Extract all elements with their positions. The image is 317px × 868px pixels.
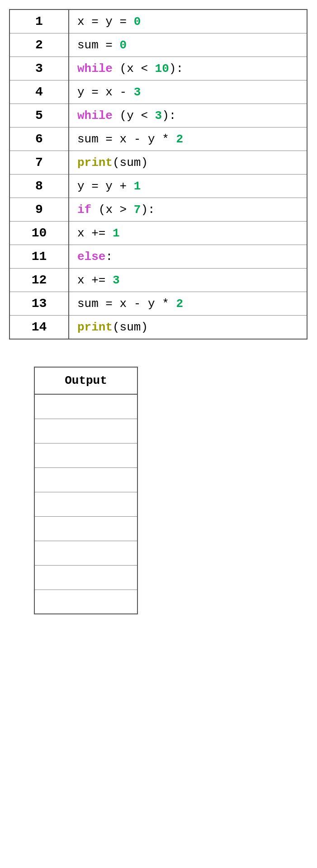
output-row [34, 516, 137, 541]
line-number: 10 [9, 222, 69, 245]
number-literal: 3 [155, 109, 162, 123]
code-line: print(sum) [69, 151, 307, 175]
code-text: sum = [77, 38, 120, 52]
keyword-if: if [77, 203, 91, 217]
code-line: sum = x - y * 2 [69, 292, 307, 316]
keyword-print: print [77, 321, 113, 334]
output-row [34, 492, 137, 516]
line-number: 2 [9, 33, 69, 57]
code-line: print(sum) [69, 316, 307, 340]
output-row [34, 565, 137, 590]
output-row [34, 541, 137, 565]
output-row [34, 443, 137, 467]
code-row: 7 print(sum) [9, 151, 307, 175]
code-text: (x < [113, 62, 155, 75]
code-line: y = y + 1 [69, 175, 307, 198]
code-text: ): [141, 203, 155, 217]
line-number: 13 [9, 292, 69, 316]
code-text: x += [77, 274, 113, 287]
code-text: y = x - [77, 85, 134, 99]
code-row: 6 sum = x - y * 2 [9, 127, 307, 151]
code-row: 9 if (x > 7): [9, 198, 307, 222]
number-literal: 3 [134, 85, 141, 99]
keyword-while: while [77, 62, 113, 75]
code-line: x += 3 [69, 269, 307, 292]
number-literal: 10 [155, 62, 169, 75]
line-number: 8 [9, 175, 69, 198]
code-line: y = x - 3 [69, 80, 307, 104]
code-row: 1x = y = 0 [9, 9, 307, 33]
code-text: (y < [113, 109, 155, 123]
code-line: if (x > 7): [69, 198, 307, 222]
code-text: x += [77, 226, 113, 240]
number-literal: 0 [120, 38, 127, 52]
code-row: 11 else: [9, 245, 307, 269]
output-header: Output [34, 367, 137, 394]
code-row: 12 x += 3 [9, 269, 307, 292]
line-number: 5 [9, 104, 69, 127]
code-text: (x > [91, 203, 134, 217]
code-text: x = y = [77, 15, 134, 28]
code-line: while (x < 10): [69, 57, 307, 80]
line-number: 12 [9, 269, 69, 292]
code-text: (sum) [113, 156, 148, 170]
keyword-else: else [77, 250, 105, 264]
code-text: : [105, 250, 113, 264]
output-cell [34, 419, 137, 443]
number-literal: 1 [134, 179, 141, 193]
output-row [34, 394, 137, 419]
line-number: 1 [9, 9, 69, 33]
number-literal: 7 [134, 203, 141, 217]
code-line: else: [69, 245, 307, 269]
code-line: sum = x - y * 2 [69, 127, 307, 151]
number-literal: 3 [113, 274, 120, 287]
number-literal: 0 [134, 15, 141, 28]
code-line: x += 1 [69, 222, 307, 245]
line-number: 3 [9, 57, 69, 80]
line-number: 14 [9, 316, 69, 340]
number-literal: 2 [176, 132, 183, 146]
output-row [34, 590, 137, 614]
output-cell [34, 443, 137, 467]
code-row: 3while (x < 10): [9, 57, 307, 80]
keyword-print: print [77, 156, 113, 170]
output-cell [34, 492, 137, 516]
line-number: 4 [9, 80, 69, 104]
code-line: x = y = 0 [69, 9, 307, 33]
code-text: sum = x - y * [77, 297, 176, 311]
number-literal: 1 [113, 226, 120, 240]
output-table: Output [34, 367, 138, 614]
code-line: while (y < 3): [69, 104, 307, 127]
number-literal: 2 [176, 297, 183, 311]
code-table: 1x = y = 02sum = 03while (x < 10):4 y = … [9, 9, 308, 340]
code-line: sum = 0 [69, 33, 307, 57]
keyword-while: while [77, 109, 113, 123]
output-cell [34, 467, 137, 492]
line-number: 11 [9, 245, 69, 269]
code-text: y = y + [77, 179, 134, 193]
code-text: ): [169, 62, 183, 75]
code-row: 13sum = x - y * 2 [9, 292, 307, 316]
output-cell [34, 394, 137, 419]
code-row: 14print(sum) [9, 316, 307, 340]
code-text: sum = x - y * [77, 132, 176, 146]
code-row: 4 y = x - 3 [9, 80, 307, 104]
code-row: 5 while (y < 3): [9, 104, 307, 127]
code-text: ): [162, 109, 176, 123]
output-row [34, 419, 137, 443]
output-cell [34, 541, 137, 565]
line-number: 6 [9, 127, 69, 151]
code-text: (sum) [113, 321, 148, 334]
output-row [34, 467, 137, 492]
code-row: 2sum = 0 [9, 33, 307, 57]
line-number: 9 [9, 198, 69, 222]
output-cell [34, 590, 137, 614]
line-number: 7 [9, 151, 69, 175]
output-cell [34, 565, 137, 590]
code-row: 8 y = y + 1 [9, 175, 307, 198]
code-row: 10 x += 1 [9, 222, 307, 245]
output-cell [34, 516, 137, 541]
